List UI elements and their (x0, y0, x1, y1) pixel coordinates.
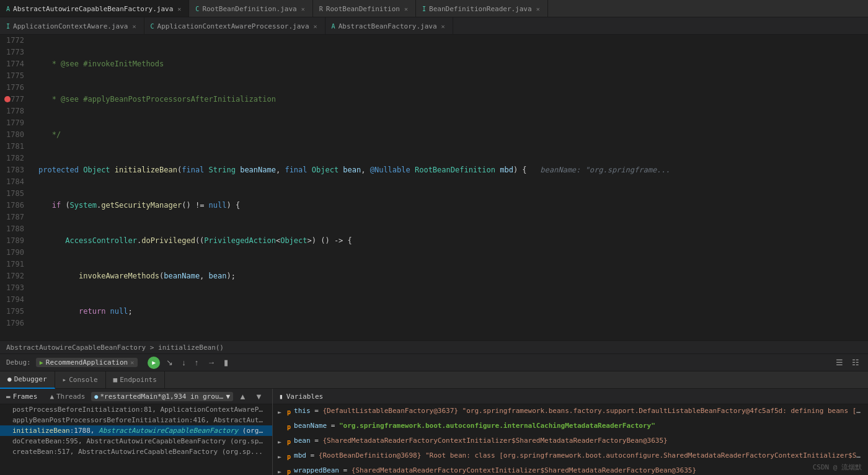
tab-app-context-aware[interactable]: I ApplicationContextAware.java ✕ (0, 17, 144, 35)
debug-app-name: RecommendApplication (46, 358, 128, 366)
tab-icon-root-bean-def: C (195, 6, 199, 12)
tab-close-app-context-aware[interactable]: ✕ (131, 22, 137, 30)
ln-1788: 1788 (3, 223, 29, 235)
code-line-1776: if (System.getSecurityManager() != null)… (37, 200, 868, 211)
thread-down-button[interactable]: ▼ (252, 391, 265, 402)
ln-1777: 1777 (3, 94, 29, 105)
var-name-this: this (294, 407, 311, 415)
frame-label-2: initializeBean:1788, AbstractAutowireCap… (12, 427, 272, 435)
code-line-1779: return null; (37, 306, 868, 317)
var-name-bean: bean (294, 437, 311, 445)
frames-panel: ▬ Frames ▲ Threads ● *restartedMain*@1,9… (0, 389, 273, 475)
debugger-icon: ● (7, 375, 12, 383)
watermark-text: CSDN @ 流烟默 (813, 463, 862, 471)
top-tab-bar: A AbstractAutowireCapableBeanFactory.jav… (0, 0, 868, 17)
tab-debugger[interactable]: ● Debugger (0, 371, 55, 389)
tab-app-context-processor[interactable]: C ApplicationContextAwareProcessor.java … (144, 17, 326, 35)
run-to-cursor-button[interactable]: → (205, 357, 218, 368)
tab-root-bean-def[interactable]: C RootBeanDefinition.java ✕ (189, 0, 312, 17)
code-line-1777: AccessController.doPrivileged((Privilege… (37, 235, 868, 247)
ln-1778: 1778 (3, 105, 29, 117)
tab-bean-def-reader[interactable]: I BeanDefinitionReader.java ✕ (416, 0, 548, 17)
debug-app-close-btn[interactable]: ✕ (130, 359, 134, 366)
var-val-bean: {SharedMetadataReaderFactoryContextIniti… (322, 437, 667, 445)
tab-abstract-autowire[interactable]: A AbstractAutowireCapableBeanFactory.jav… (0, 0, 189, 17)
layout-button[interactable]: ☷ (849, 357, 862, 368)
console-tab-label: Console (69, 376, 97, 384)
tab-close-bean-def-reader[interactable]: ✕ (535, 5, 541, 13)
tab-close-abstract-bean-factory[interactable]: ✕ (440, 22, 446, 30)
tab-label-root-bean-def: RootBeanDefinition.java (202, 5, 296, 13)
debug-app-tag[interactable]: ▶ RecommendApplication ✕ (36, 358, 138, 367)
selected-thread-icon: ● (94, 393, 98, 400)
code-line-1774: */ (37, 129, 868, 141)
tab-endpoints[interactable]: ■ Endpoints (106, 371, 165, 389)
debug-content: ▬ Frames ▲ Threads ● *restartedMain*@1,9… (0, 389, 868, 475)
tab-close-app-context-processor[interactable]: ✕ (312, 22, 319, 30)
stack-frame-4[interactable]: createBean:517, AbstractAutowireCapableB… (0, 446, 272, 457)
ln-1790: 1790 (3, 247, 29, 259)
variables-panel: ▮ Variables ► p this = {DefaultListableB… (273, 389, 868, 475)
var-val-wrappedbean: {SharedMetadataReaderFactoryContextIniti… (352, 466, 696, 474)
ln-1775: 1775 (3, 70, 29, 82)
endpoints-tab-label: Endpoints (120, 376, 157, 384)
var-item-mbd[interactable]: ► p mbd = {RootBeanDefinition@3698} "Roo… (273, 449, 868, 464)
tab-label-abstract-bean-factory: AbstractBeanFactory.java (339, 22, 437, 30)
settings-button[interactable]: ☰ (833, 357, 846, 368)
tab-abstract-bean-factory[interactable]: A AbstractBeanFactory.java ✕ (326, 17, 453, 35)
var-arrow-mbd[interactable]: ► (278, 451, 284, 463)
evaluate-button[interactable]: ▮ (221, 357, 231, 368)
ln-1791: 1791 (3, 259, 29, 270)
frame-label-3: doCreateBean:595, AbstractAutowireCapabl… (12, 437, 271, 445)
step-into-button[interactable]: ↓ (179, 357, 188, 368)
var-arrow-this[interactable]: ► (278, 407, 284, 418)
resume-button[interactable]: ▶ (148, 357, 160, 369)
debug-label: Debug: (6, 358, 31, 366)
breakpoint-1777[interactable] (4, 96, 11, 102)
var-name-beanname: beanName (294, 422, 327, 430)
watermark: CSDN @ 流烟默 (813, 463, 862, 472)
stack-frame-2[interactable]: initializeBean:1788, AbstractAutowireCap… (0, 425, 272, 436)
var-item-beanname[interactable]: ► p beanName = "org.springframework.boot… (273, 419, 868, 434)
debug-panel: Debug: ▶ RecommendApplication ✕ ▶ ↘ ↓ ↑ … (0, 354, 868, 475)
breadcrumb: AbstractAutowireCapableBeanFactory > ini… (6, 344, 224, 352)
var-name-mbd: mbd (294, 451, 306, 459)
tab-close-abstract-autowire[interactable]: ✕ (176, 5, 182, 13)
var-item-wrappedbean[interactable]: ► p wrappedBean = {SharedMetadataReaderF… (273, 464, 868, 475)
thread-up-button[interactable]: ▲ (236, 391, 249, 402)
var-arrow-wrappedbean[interactable]: ► (278, 466, 284, 475)
tab-close-root-bean-def2[interactable]: ✕ (403, 5, 409, 13)
step-over-button[interactable]: ↘ (164, 357, 175, 368)
ln-1794: 1794 (3, 294, 29, 306)
var-icon-this: p (287, 407, 291, 418)
stack-frame-0[interactable]: postProcessBeforeInitialization:81, Appl… (0, 404, 272, 415)
step-out-button[interactable]: ↑ (192, 357, 202, 368)
code-line-1772: * @see #invokeInitMethods (37, 58, 868, 70)
line-numbers: 1772 1773 1774 1775 1776 1777 1778 1779 … (0, 35, 34, 340)
variables-header: ▮ Variables (273, 389, 868, 404)
tab-console[interactable]: ▸ Console (55, 371, 106, 389)
frames-tab[interactable]: ▬ Frames (0, 389, 43, 404)
var-arrow-bean[interactable]: ► (278, 437, 284, 448)
ln-1785: 1785 (3, 188, 29, 200)
stack-frame-1[interactable]: applyBeanPostProcessorsBeforeInitializat… (0, 415, 272, 425)
code-editor[interactable]: * @see #invokeInitMethods * @see #applyB… (34, 35, 868, 340)
debug-top-bar: Debug: ▶ RecommendApplication ✕ ▶ ↘ ↓ ↑ … (0, 354, 868, 371)
ln-1773: 1773 (3, 47, 29, 58)
tab-icon-abstract-bean-factory: A (332, 23, 335, 30)
stack-frame-3[interactable]: doCreateBean:595, AbstractAutowireCapabl… (0, 436, 272, 446)
second-tab-bar: I ApplicationContextAware.java ✕ C Appli… (0, 17, 868, 35)
threads-tab[interactable]: ▲ Threads (43, 389, 91, 404)
tab-root-bean-def2[interactable]: R RootBeanDefinition ✕ (313, 0, 416, 17)
threads-icon: ▲ (50, 393, 54, 401)
var-item-this[interactable]: ► p this = {DefaultListableBeanFactory@3… (273, 404, 868, 419)
breadcrumb-bar: AbstractAutowireCapableBeanFactory > ini… (0, 340, 868, 354)
dropdown-chevron-icon: ▼ (226, 393, 230, 401)
tab-icon-root-bean-def2: R (319, 6, 323, 12)
tab-close-root-bean-def[interactable]: ✕ (300, 5, 306, 13)
frame-label-4: createBean:517, AbstractAutowireCapableB… (12, 448, 263, 456)
var-item-bean[interactable]: ► p bean = {SharedMetadataReaderFactoryC… (273, 434, 868, 449)
tab-label-root-bean-def2: RootBeanDefinition (326, 5, 400, 13)
thread-dropdown[interactable]: ● *restartedMain*@1,934 in group "main":… (91, 392, 233, 401)
frames-content: postProcessBeforeInitialization:81, Appl… (0, 404, 272, 475)
